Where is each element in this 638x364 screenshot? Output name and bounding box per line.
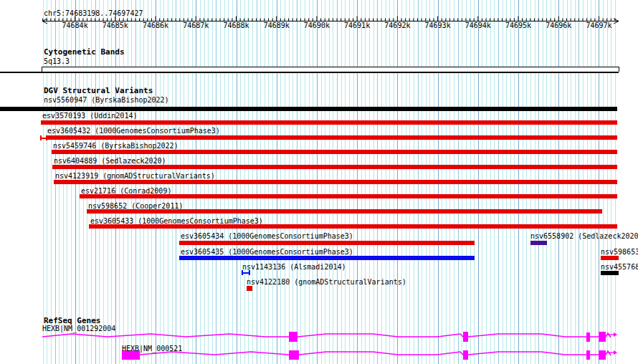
gene-labels: HEXB|NM_001292004HEXB|NM_000521 (0, 0, 638, 364)
gene-label[interactable]: HEXB|NM_001292004 (42, 325, 115, 332)
genome-browser-view: chr5:74683198..74697427 74684k74685k7468… (0, 0, 638, 364)
gene-label[interactable]: HEXB|NM_000521 (122, 345, 182, 353)
